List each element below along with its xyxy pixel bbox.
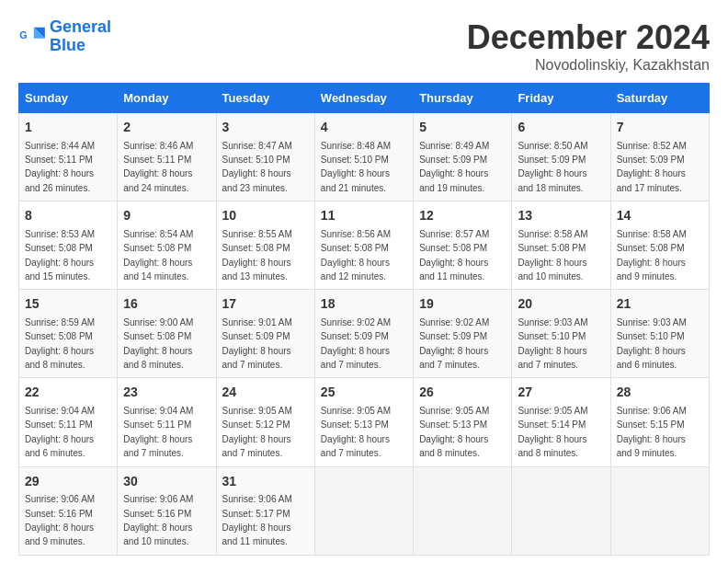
day-number: 27 bbox=[518, 384, 604, 402]
logo: G General Blue bbox=[18, 18, 111, 55]
day-info: Sunrise: 8:50 AMSunset: 5:09 PMDaylight:… bbox=[518, 141, 587, 193]
calendar-cell bbox=[414, 466, 512, 555]
calendar-cell: 19Sunrise: 9:02 AMSunset: 5:09 PMDayligh… bbox=[414, 290, 512, 378]
day-number: 8 bbox=[25, 207, 111, 225]
day-number: 17 bbox=[222, 295, 309, 314]
calendar-cell: 30Sunrise: 9:06 AMSunset: 5:16 PMDayligh… bbox=[118, 466, 216, 555]
day-info: Sunrise: 8:58 AMSunset: 5:08 PMDaylight:… bbox=[518, 229, 587, 282]
calendar-week-row: 1Sunrise: 8:44 AMSunset: 5:11 PMDaylight… bbox=[19, 113, 710, 201]
calendar-cell: 2Sunrise: 8:46 AMSunset: 5:11 PMDaylight… bbox=[118, 113, 216, 201]
day-number: 23 bbox=[123, 384, 210, 402]
day-info: Sunrise: 8:57 AMSunset: 5:08 PMDaylight:… bbox=[419, 229, 489, 282]
logo-text: General Blue bbox=[50, 18, 111, 55]
calendar-cell: 14Sunrise: 8:58 AMSunset: 5:08 PMDayligh… bbox=[610, 201, 709, 290]
calendar-body: 1Sunrise: 8:44 AMSunset: 5:11 PMDaylight… bbox=[19, 113, 710, 556]
day-info: Sunrise: 9:05 AMSunset: 5:14 PMDaylight:… bbox=[518, 406, 587, 458]
day-info: Sunrise: 8:49 AMSunset: 5:09 PMDaylight:… bbox=[419, 141, 489, 193]
day-info: Sunrise: 9:06 AMSunset: 5:16 PMDaylight:… bbox=[123, 494, 193, 546]
day-number: 18 bbox=[321, 295, 407, 314]
day-number: 19 bbox=[419, 295, 506, 314]
weekday-header: Thursday bbox=[414, 84, 512, 113]
day-number: 15 bbox=[25, 295, 111, 314]
day-number: 7 bbox=[617, 119, 703, 137]
day-number: 28 bbox=[617, 384, 703, 402]
calendar-cell: 22Sunrise: 9:04 AMSunset: 5:11 PMDayligh… bbox=[19, 378, 118, 466]
day-number: 3 bbox=[222, 119, 309, 137]
weekday-row: SundayMondayTuesdayWednesdayThursdayFrid… bbox=[19, 84, 710, 113]
day-info: Sunrise: 9:03 AMSunset: 5:10 PMDaylight:… bbox=[518, 317, 587, 370]
day-info: Sunrise: 9:05 AMSunset: 5:13 PMDaylight:… bbox=[419, 406, 489, 458]
day-info: Sunrise: 8:56 AMSunset: 5:08 PMDaylight:… bbox=[321, 229, 391, 282]
calendar-cell: 9Sunrise: 8:54 AMSunset: 5:08 PMDaylight… bbox=[118, 201, 216, 290]
day-info: Sunrise: 8:52 AMSunset: 5:09 PMDaylight:… bbox=[617, 141, 687, 193]
day-number: 21 bbox=[617, 295, 703, 314]
calendar-cell: 23Sunrise: 9:04 AMSunset: 5:11 PMDayligh… bbox=[118, 378, 216, 466]
calendar-cell: 5Sunrise: 8:49 AMSunset: 5:09 PMDaylight… bbox=[414, 113, 512, 201]
day-number: 10 bbox=[222, 207, 309, 225]
weekday-header: Wednesday bbox=[314, 84, 413, 113]
page-header: G General Blue December 2024 Novodolinsk… bbox=[18, 18, 710, 74]
day-info: Sunrise: 8:44 AMSunset: 5:11 PMDaylight:… bbox=[25, 141, 95, 193]
location: Novodolinskiy, Kazakhstan bbox=[467, 57, 710, 74]
day-info: Sunrise: 9:04 AMSunset: 5:11 PMDaylight:… bbox=[123, 406, 193, 458]
logo-icon: G bbox=[18, 23, 46, 51]
day-number: 26 bbox=[419, 384, 506, 402]
day-number: 20 bbox=[518, 295, 604, 314]
day-info: Sunrise: 8:48 AMSunset: 5:10 PMDaylight:… bbox=[321, 141, 391, 193]
day-info: Sunrise: 8:59 AMSunset: 5:08 PMDaylight:… bbox=[25, 317, 95, 370]
day-number: 13 bbox=[518, 207, 604, 225]
day-info: Sunrise: 8:53 AMSunset: 5:08 PMDaylight:… bbox=[25, 229, 95, 282]
calendar-cell: 29Sunrise: 9:06 AMSunset: 5:16 PMDayligh… bbox=[19, 466, 118, 555]
calendar-cell: 20Sunrise: 9:03 AMSunset: 5:10 PMDayligh… bbox=[512, 290, 610, 378]
day-number: 9 bbox=[123, 207, 210, 225]
day-info: Sunrise: 9:02 AMSunset: 5:09 PMDaylight:… bbox=[321, 317, 391, 370]
calendar-cell: 11Sunrise: 8:56 AMSunset: 5:08 PMDayligh… bbox=[314, 201, 413, 290]
svg-text:G: G bbox=[19, 29, 27, 40]
calendar-week-row: 29Sunrise: 9:06 AMSunset: 5:16 PMDayligh… bbox=[19, 466, 710, 555]
calendar-cell: 10Sunrise: 8:55 AMSunset: 5:08 PMDayligh… bbox=[216, 201, 314, 290]
calendar-cell: 7Sunrise: 8:52 AMSunset: 5:09 PMDaylight… bbox=[610, 113, 709, 201]
day-info: Sunrise: 9:06 AMSunset: 5:15 PMDaylight:… bbox=[617, 406, 687, 458]
calendar-cell: 16Sunrise: 9:00 AMSunset: 5:08 PMDayligh… bbox=[118, 290, 216, 378]
day-info: Sunrise: 9:06 AMSunset: 5:16 PMDaylight:… bbox=[25, 494, 95, 546]
day-info: Sunrise: 9:04 AMSunset: 5:11 PMDaylight:… bbox=[25, 406, 95, 458]
calendar-cell: 21Sunrise: 9:03 AMSunset: 5:10 PMDayligh… bbox=[610, 290, 709, 378]
calendar-cell: 8Sunrise: 8:53 AMSunset: 5:08 PMDaylight… bbox=[19, 201, 118, 290]
day-number: 14 bbox=[617, 207, 703, 225]
calendar-table: SundayMondayTuesdayWednesdayThursdayFrid… bbox=[18, 83, 710, 556]
calendar-cell: 1Sunrise: 8:44 AMSunset: 5:11 PMDaylight… bbox=[19, 113, 118, 201]
calendar-cell: 17Sunrise: 9:01 AMSunset: 5:09 PMDayligh… bbox=[216, 290, 314, 378]
day-number: 5 bbox=[419, 119, 506, 137]
calendar-cell bbox=[610, 466, 709, 555]
day-info: Sunrise: 8:55 AMSunset: 5:08 PMDaylight:… bbox=[222, 229, 292, 282]
day-number: 12 bbox=[419, 207, 506, 225]
calendar-cell: 24Sunrise: 9:05 AMSunset: 5:12 PMDayligh… bbox=[216, 378, 314, 466]
day-info: Sunrise: 9:03 AMSunset: 5:10 PMDaylight:… bbox=[617, 317, 687, 370]
calendar-cell: 18Sunrise: 9:02 AMSunset: 5:09 PMDayligh… bbox=[314, 290, 413, 378]
day-info: Sunrise: 9:01 AMSunset: 5:09 PMDaylight:… bbox=[222, 317, 292, 370]
day-number: 11 bbox=[321, 207, 407, 225]
day-info: Sunrise: 8:47 AMSunset: 5:10 PMDaylight:… bbox=[222, 141, 292, 193]
day-info: Sunrise: 8:54 AMSunset: 5:08 PMDaylight:… bbox=[123, 229, 193, 282]
calendar-cell: 28Sunrise: 9:06 AMSunset: 5:15 PMDayligh… bbox=[610, 378, 709, 466]
day-number: 29 bbox=[25, 473, 111, 491]
day-number: 24 bbox=[222, 384, 309, 402]
calendar-week-row: 15Sunrise: 8:59 AMSunset: 5:08 PMDayligh… bbox=[19, 290, 710, 378]
calendar-cell: 13Sunrise: 8:58 AMSunset: 5:08 PMDayligh… bbox=[512, 201, 610, 290]
day-info: Sunrise: 9:05 AMSunset: 5:13 PMDaylight:… bbox=[321, 406, 391, 458]
day-info: Sunrise: 9:06 AMSunset: 5:17 PMDaylight:… bbox=[222, 494, 292, 546]
day-number: 1 bbox=[25, 119, 111, 137]
day-info: Sunrise: 9:05 AMSunset: 5:12 PMDaylight:… bbox=[222, 406, 292, 458]
logo-line2: Blue bbox=[50, 36, 85, 54]
day-number: 2 bbox=[123, 119, 210, 137]
day-info: Sunrise: 8:46 AMSunset: 5:11 PMDaylight:… bbox=[123, 141, 193, 193]
calendar-cell bbox=[512, 466, 610, 555]
calendar-cell: 12Sunrise: 8:57 AMSunset: 5:08 PMDayligh… bbox=[414, 201, 512, 290]
calendar-cell: 31Sunrise: 9:06 AMSunset: 5:17 PMDayligh… bbox=[216, 466, 314, 555]
day-number: 4 bbox=[321, 119, 407, 137]
weekday-header: Sunday bbox=[19, 84, 118, 113]
day-number: 22 bbox=[25, 384, 111, 402]
title-block: December 2024 Novodolinskiy, Kazakhstan bbox=[467, 18, 710, 74]
calendar-cell: 3Sunrise: 8:47 AMSunset: 5:10 PMDaylight… bbox=[216, 113, 314, 201]
calendar-cell: 4Sunrise: 8:48 AMSunset: 5:10 PMDaylight… bbox=[314, 113, 413, 201]
